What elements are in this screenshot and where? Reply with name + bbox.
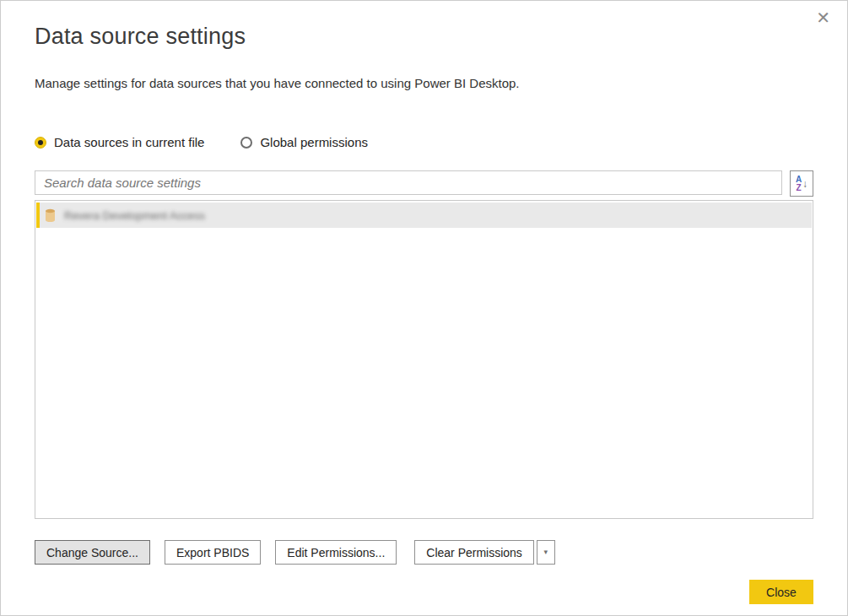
close-button[interactable]: Close bbox=[749, 580, 813, 604]
change-source-button[interactable]: Change Source... bbox=[35, 540, 150, 565]
export-pbids-button[interactable]: Export PBIDS bbox=[165, 540, 261, 565]
search-row: A Z ↓ bbox=[35, 170, 813, 197]
chevron-down-icon: ▾ bbox=[544, 548, 548, 556]
radio-selected-icon[interactable] bbox=[35, 137, 46, 149]
arrow-down-icon: ↓ bbox=[802, 179, 807, 189]
radio-global-permissions[interactable]: Global permissions bbox=[240, 135, 368, 149]
search-input[interactable] bbox=[35, 170, 782, 195]
clear-permissions-split-button: Clear Permissions ▾ bbox=[414, 540, 555, 565]
data-source-label: Revera Development Access bbox=[64, 209, 205, 222]
action-button-row: Change Source... Export PBIDS Edit Permi… bbox=[35, 540, 813, 565]
radio-current-file-label: Data sources in current file bbox=[54, 135, 204, 149]
scope-radio-group: Data sources in current file Global perm… bbox=[35, 135, 813, 149]
radio-global-permissions-label: Global permissions bbox=[260, 135, 368, 149]
sort-letter-z: Z bbox=[796, 184, 802, 192]
selection-indicator bbox=[36, 203, 40, 228]
data-source-list: Revera Development Access bbox=[35, 200, 813, 519]
dialog-content: Data source settings Manage settings for… bbox=[1, 24, 847, 565]
data-source-item[interactable]: Revera Development Access bbox=[36, 203, 812, 228]
dialog-subtitle: Manage settings for data sources that yo… bbox=[35, 76, 813, 90]
close-icon[interactable]: ✕ bbox=[813, 6, 834, 30]
sort-button[interactable]: A Z ↓ bbox=[790, 170, 813, 197]
clear-permissions-button[interactable]: Clear Permissions bbox=[414, 540, 534, 565]
clear-permissions-dropdown[interactable]: ▾ bbox=[537, 540, 555, 565]
sort-az-icon: A Z ↓ bbox=[796, 176, 807, 192]
edit-permissions-button[interactable]: Edit Permissions... bbox=[275, 540, 397, 565]
sort-letters: A Z bbox=[796, 176, 802, 192]
radio-current-file[interactable]: Data sources in current file bbox=[35, 135, 204, 149]
radio-unselected-icon[interactable] bbox=[240, 137, 252, 149]
database-icon bbox=[45, 208, 56, 223]
page-title: Data source settings bbox=[35, 24, 813, 50]
data-source-settings-dialog: ✕ Data source settings Manage settings f… bbox=[0, 0, 848, 616]
